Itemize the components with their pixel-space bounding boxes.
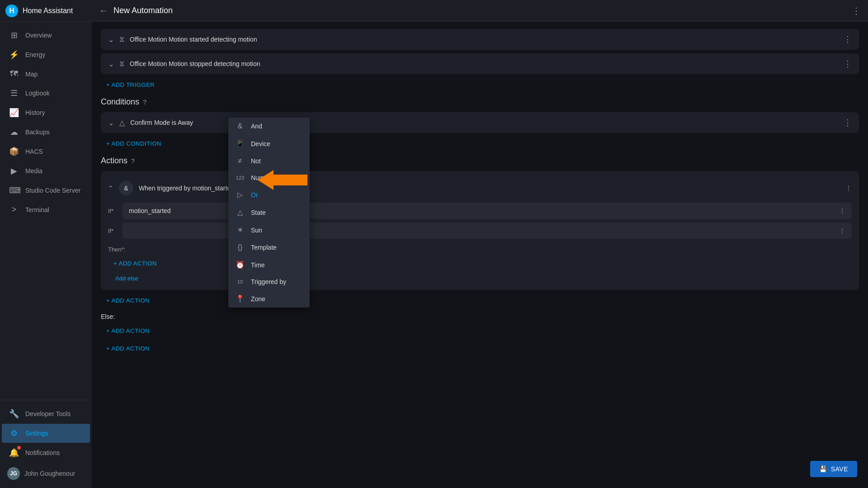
time-menu-icon: ⏰	[236, 261, 245, 269]
action-and-row: ⌃ & When triggered by motion_started (or…	[101, 176, 859, 200]
dropdown-item-time[interactable]: ⏰ Time	[228, 256, 310, 274]
sidebar-item-terminal[interactable]: > Terminal	[2, 200, 90, 219]
sidebar-header: H Home Assistant	[0, 0, 92, 22]
not-menu-icon: ≠	[236, 157, 245, 165]
dropdown-item-device[interactable]: 📱 Device	[228, 135, 310, 152]
or-row: If* ⋮	[101, 219, 859, 242]
sidebar-item-studio-code-server[interactable]: ⌨ Studio Code Server	[2, 181, 90, 200]
dropdown-item-state[interactable]: △ State	[228, 204, 310, 221]
back-button[interactable]: ←	[99, 5, 108, 16]
sidebar-item-media[interactable]: ▶ Media	[2, 161, 90, 180]
sidebar-item-label: Studio Code Server	[25, 187, 80, 194]
sidebar-item-label: Developer Tools	[25, 410, 71, 417]
else-section: Else: + ADD ACTION	[101, 311, 859, 338]
notification-badge	[17, 446, 21, 450]
outer-add-action: + ADD ACTION	[101, 294, 859, 308]
sidebar-item-label: Media	[25, 167, 42, 175]
energy-icon: ⚡	[9, 50, 19, 60]
or-card-menu[interactable]: ⋮	[839, 227, 845, 234]
zone-menu-icon: 📍	[236, 294, 245, 303]
sidebar-user[interactable]: JG John Goughenour	[0, 463, 92, 484]
notifications-icon: 🔔	[9, 448, 19, 458]
terminal-icon: >	[9, 205, 19, 214]
add-else-row: Add else	[101, 272, 859, 284]
sidebar-item-label: Terminal	[25, 206, 49, 213]
page-title: New Automation	[113, 6, 173, 15]
dropdown-item-label: State	[251, 209, 266, 216]
sidebar-item-settings[interactable]: ⚙ Settings	[2, 424, 90, 443]
or-menu-icon: ▷	[236, 190, 245, 199]
sidebar-item-map[interactable]: 🗺 Map	[2, 65, 90, 83]
sidebar-item-logbook[interactable]: ☰ Logbook	[2, 84, 90, 103]
main-content: ← New Automation ⋮ ⌄ ⧖ Office Motion Mot…	[92, 0, 868, 488]
dropdown-item-template[interactable]: {} Template	[228, 239, 310, 256]
sidebar-item-notifications[interactable]: 🔔 Notifications	[2, 443, 90, 462]
triggered-by-icon: 10	[236, 279, 245, 284]
studio-code-icon: ⌨	[9, 185, 19, 195]
dropdown-item-label: Not	[251, 157, 261, 165]
condition-menu-1[interactable]: ⋮	[844, 118, 852, 128]
sidebar-item-history[interactable]: 📈 History	[2, 103, 90, 122]
add-action-final-button[interactable]: + ADD ACTION	[101, 341, 155, 355]
add-action-else-button[interactable]: + ADD ACTION	[101, 324, 155, 338]
add-action-then: + ADD ACTION	[101, 255, 859, 272]
actions-section: Actions ? ⌃ & When triggered by motion_s…	[101, 156, 859, 355]
add-action-then-button[interactable]: + ADD ACTION	[108, 256, 162, 270]
add-else-link[interactable]: Add else	[108, 273, 146, 284]
dropdown-item-sun[interactable]: ☀ Sun	[228, 221, 310, 239]
template-menu-icon: {}	[236, 243, 245, 251]
add-trigger-button[interactable]: + ADD TRIGGER	[101, 78, 160, 92]
dropdown-item-and[interactable]: & And	[228, 118, 310, 135]
chevron-down-icon-2[interactable]: ⌄	[108, 60, 114, 68]
map-icon: 🗺	[9, 69, 19, 79]
else-title: Else:	[101, 311, 859, 322]
dropdown-item-or[interactable]: ▷ Or	[228, 186, 310, 204]
state-menu-icon: △	[236, 208, 245, 217]
sidebar-item-hacs[interactable]: 📦 HACS	[2, 142, 90, 161]
chevron-down-icon[interactable]: ⌄	[108, 35, 114, 44]
dropdown-item-label: And	[251, 123, 262, 130]
add-action-outer-button[interactable]: + ADD ACTION	[101, 294, 155, 308]
topbar-menu-icon[interactable]: ⋮	[852, 5, 861, 16]
dropdown-item-numeric-state[interactable]: 123 Numeric state	[228, 170, 310, 186]
action-and-menu[interactable]: ⋮	[845, 185, 852, 192]
save-button[interactable]: 💾 SAVE	[810, 461, 857, 477]
and-icon-wrap: &	[119, 181, 133, 195]
dropdown-item-label: Or	[251, 191, 258, 199]
dropdown-item-zone[interactable]: 📍 Zone	[228, 290, 310, 308]
action-chevron-up[interactable]: ⌃	[108, 185, 113, 192]
dropdown-item-label: Triggered by	[251, 278, 286, 285]
condition-state-icon: △	[119, 118, 125, 127]
sidebar-bottom: 🔧 Developer Tools ⚙ Settings 🔔 Notificat…	[0, 400, 92, 488]
sidebar-item-label: Notifications	[25, 449, 60, 456]
triggers-section: ⌄ ⧖ Office Motion Motion started detecti…	[101, 29, 859, 92]
and-icon: &	[124, 185, 128, 192]
sidebar-item-label: Logbook	[25, 90, 50, 97]
actions-help-icon[interactable]: ?	[131, 157, 135, 165]
sidebar-item-overview[interactable]: ⊞ Overview	[2, 26, 90, 45]
dropdown-item-triggered-by[interactable]: 10 Triggered by	[228, 274, 310, 290]
add-condition-button[interactable]: + ADD CONDITION	[101, 137, 167, 151]
sidebar-item-label: Energy	[25, 51, 45, 58]
developer-tools-icon: 🔧	[9, 409, 19, 419]
dropdown-item-label: Time	[251, 261, 265, 269]
if-sub-label: If*	[108, 227, 119, 234]
sidebar-item-developer-tools[interactable]: 🔧 Developer Tools	[2, 404, 90, 423]
save-label: SAVE	[831, 465, 848, 473]
trigger-label-1: Office Motion Motion started detecting m…	[130, 36, 838, 43]
dropdown-item-label: Template	[251, 244, 277, 251]
chevron-down-icon-3[interactable]: ⌄	[108, 118, 114, 127]
dropdown-item-not[interactable]: ≠ Not	[228, 152, 310, 170]
sidebar-item-backups[interactable]: ☁ Backups	[2, 123, 90, 142]
backups-icon: ☁	[9, 127, 19, 137]
sidebar-item-energy[interactable]: ⚡ Energy	[2, 45, 90, 64]
conditions-help-icon[interactable]: ?	[143, 99, 146, 106]
motion-started-menu[interactable]: ⋮	[839, 207, 845, 214]
trigger-label-2: Office Motion Motion stopped detecting m…	[130, 60, 838, 67]
if-prefix-label: If*	[108, 208, 119, 214]
trigger-device-icon-2: ⧖	[119, 60, 124, 68]
motion-started-label: motion_started	[129, 207, 171, 214]
conditions-header: Conditions ?	[101, 97, 859, 107]
trigger-menu-2[interactable]: ⋮	[844, 59, 852, 69]
trigger-menu-1[interactable]: ⋮	[844, 34, 852, 44]
